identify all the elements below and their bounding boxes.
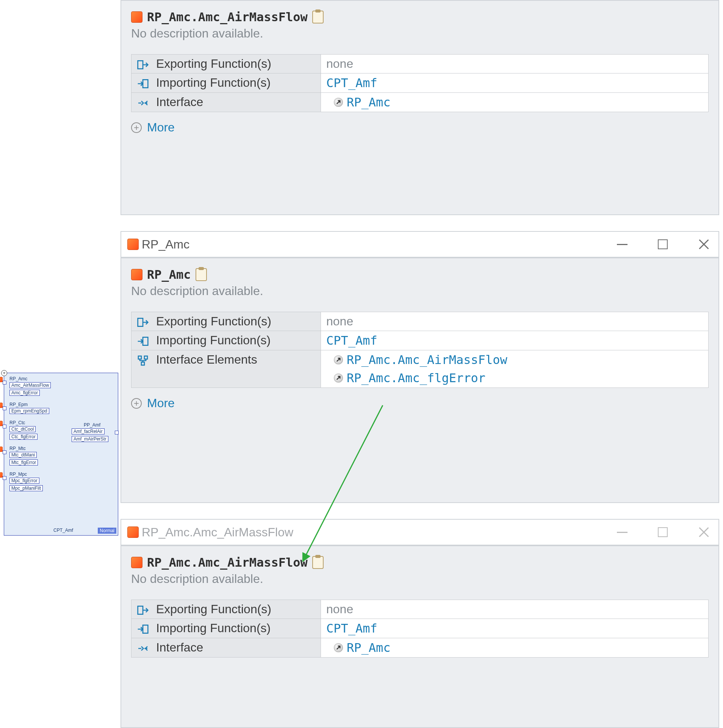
diagram-item[interactable]: Amc_flgError bbox=[9, 390, 40, 396]
shortcut-icon bbox=[334, 373, 343, 383]
panel-title: RP_Amc bbox=[147, 267, 191, 282]
component-icon bbox=[0, 472, 3, 478]
port-icon bbox=[3, 476, 6, 480]
port-icon bbox=[3, 381, 6, 384]
diagram-group-label: RP_Mpc bbox=[9, 472, 27, 477]
interface-icon bbox=[137, 98, 149, 108]
export-fn-icon bbox=[137, 605, 149, 616]
window-titlebar[interactable]: RP_Amc bbox=[121, 231, 719, 258]
shortcut-icon bbox=[334, 98, 343, 107]
diagram-item[interactable]: Mtc_flgError bbox=[9, 459, 38, 466]
component-icon bbox=[0, 421, 3, 426]
clipboard-icon[interactable] bbox=[312, 556, 324, 569]
panel-middle: RP_Amc No description available. Exporti… bbox=[121, 258, 719, 503]
diagram-group-label: RP_Ctc bbox=[9, 420, 25, 425]
interface-label: Interface bbox=[156, 641, 203, 654]
interface-element-link[interactable]: RP_Amc.Amc_AirMassFlow bbox=[334, 353, 703, 367]
panel-title-row: RP_Amc.Amc_AirMassFlow bbox=[131, 555, 709, 570]
panel-title: RP_Amc.Amc_AirMassFlow bbox=[147, 10, 308, 24]
diagram-item[interactable]: Ctc_dtCool bbox=[9, 426, 36, 432]
import-fn-icon bbox=[137, 78, 149, 89]
interface-elements-label: Interface Elements bbox=[156, 353, 257, 366]
import-fn-icon bbox=[137, 336, 149, 347]
interface-element-link[interactable]: RP_Amc.Amc_flgError bbox=[334, 371, 703, 385]
maximize-button[interactable] bbox=[658, 239, 668, 249]
exporting-functions-label: Exporting Function(s) bbox=[156, 57, 271, 70]
diagram-footer-label: CPT_Amf bbox=[53, 528, 73, 533]
table-row: Exporting Function(s) none bbox=[131, 600, 709, 619]
importing-functions-link[interactable]: CPT_Amf bbox=[326, 621, 377, 636]
port-icon bbox=[3, 425, 6, 428]
svg-rect-3 bbox=[143, 337, 148, 345]
close-button[interactable] bbox=[698, 239, 709, 250]
svg-rect-1 bbox=[143, 80, 148, 87]
component-icon bbox=[0, 403, 3, 408]
importing-functions-link[interactable]: CPT_Amf bbox=[326, 333, 377, 348]
diagram-item[interactable]: Mpc_flgError bbox=[9, 478, 39, 484]
exporting-functions-value: none bbox=[326, 314, 353, 328]
clipboard-icon[interactable] bbox=[312, 11, 324, 23]
component-icon bbox=[131, 11, 142, 23]
shortcut-icon bbox=[334, 355, 343, 364]
expand-icon[interactable]: + bbox=[1, 370, 7, 376]
interface-label: Interface bbox=[156, 95, 203, 109]
svg-rect-2 bbox=[138, 318, 143, 326]
more-button[interactable]: + More bbox=[131, 396, 709, 410]
importing-functions-label: Importing Function(s) bbox=[156, 621, 271, 635]
plus-icon: + bbox=[131, 122, 142, 133]
info-table: Exporting Function(s) none Importing Fun… bbox=[131, 54, 709, 112]
window-titlebar[interactable]: RP_Amc.Amc_AirMassFlow bbox=[121, 519, 719, 545]
no-description-text: No description available. bbox=[131, 284, 709, 298]
diagram-group-label: RP_Mtc bbox=[9, 446, 26, 451]
clipboard-icon[interactable] bbox=[196, 268, 207, 281]
svg-rect-5 bbox=[144, 356, 147, 359]
component-icon bbox=[127, 239, 139, 250]
minimize-button[interactable] bbox=[617, 532, 628, 533]
exporting-functions-label: Exporting Function(s) bbox=[156, 602, 271, 616]
svg-rect-8 bbox=[143, 625, 148, 633]
panel-bottom: RP_Amc.Amc_AirMassFlow No description av… bbox=[121, 545, 719, 728]
panel-title-row: RP_Amc.Amc_AirMassFlow bbox=[131, 10, 709, 24]
interface-link[interactable]: RP_Amc bbox=[334, 95, 703, 109]
panel-title: RP_Amc.Amc_AirMassFlow bbox=[147, 555, 308, 570]
diagram-item[interactable]: Mpc_pManiFilt bbox=[9, 485, 43, 491]
svg-rect-4 bbox=[138, 356, 141, 359]
close-button[interactable] bbox=[698, 526, 709, 538]
component-icon bbox=[131, 269, 142, 280]
more-button[interactable]: + More bbox=[131, 120, 709, 134]
diagram-item[interactable]: Mtc_dtMani bbox=[9, 452, 37, 458]
interface-icon bbox=[137, 643, 149, 654]
panel-top: RP_Amc.Amc_AirMassFlow No description av… bbox=[121, 0, 719, 215]
importing-functions-link[interactable]: CPT_Amf bbox=[326, 76, 377, 90]
interface-link[interactable]: RP_Amc bbox=[334, 641, 703, 655]
component-icon bbox=[0, 447, 3, 452]
table-row: Exporting Function(s) none bbox=[131, 55, 709, 73]
component-icon bbox=[131, 557, 142, 568]
diagram-mode-badge: Normal bbox=[98, 528, 116, 534]
component-icon bbox=[0, 377, 3, 382]
svg-rect-6 bbox=[141, 362, 144, 365]
window-title: RP_Amc bbox=[142, 237, 189, 252]
export-fn-icon bbox=[137, 317, 149, 328]
diagram-group-label: PP_Amf bbox=[84, 422, 100, 428]
import-fn-icon bbox=[137, 624, 149, 634]
table-row: Interface RP_Amc bbox=[131, 638, 709, 658]
exporting-functions-value: none bbox=[326, 602, 353, 616]
diagram-minimap[interactable]: + RP_Amc Amc_AirMassFlow Amc_flgError RP… bbox=[4, 373, 118, 536]
port-icon bbox=[3, 450, 6, 454]
minimize-button[interactable] bbox=[617, 244, 628, 245]
diagram-item[interactable]: Ctc_flgError bbox=[9, 434, 38, 440]
diagram-item[interactable]: Amf_mAirPerStr bbox=[72, 436, 108, 442]
diagram-item[interactable]: Amc_AirMassFlow bbox=[9, 382, 51, 388]
maximize-button[interactable] bbox=[658, 527, 668, 537]
exporting-functions-value: none bbox=[326, 57, 353, 70]
table-row: Interface Elements RP_Amc.Amc_AirMassFlo… bbox=[131, 350, 709, 388]
diagram-group-label: RP_Amc bbox=[9, 376, 27, 381]
table-row: Importing Function(s) CPT_Amf bbox=[131, 73, 709, 93]
importing-functions-label: Importing Function(s) bbox=[156, 333, 271, 347]
plus-icon: + bbox=[131, 398, 142, 409]
shortcut-icon bbox=[334, 643, 343, 652]
diagram-item[interactable]: Epm_rpmEngSpd bbox=[9, 408, 49, 414]
component-icon bbox=[127, 526, 139, 538]
diagram-item[interactable]: Amf_facRelAir bbox=[72, 428, 105, 434]
